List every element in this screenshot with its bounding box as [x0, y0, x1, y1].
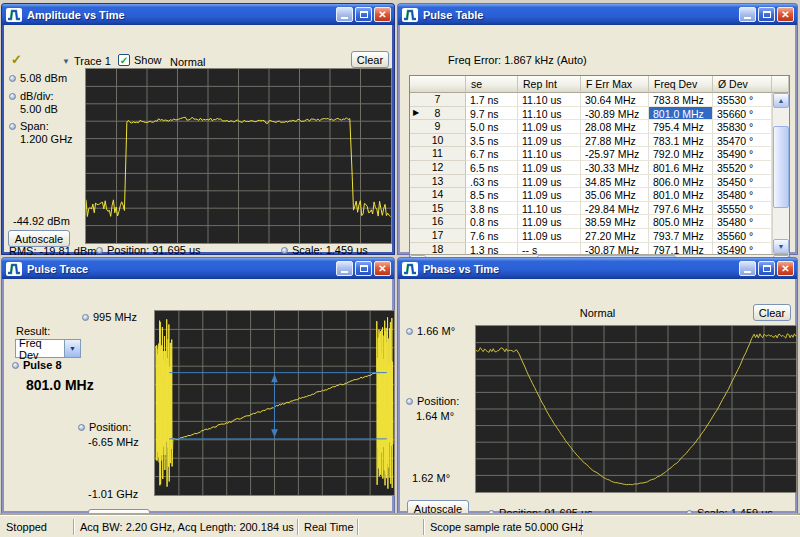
table-cell[interactable]: 8.5 ns: [466, 188, 518, 202]
pulse-table-grid[interactable]: seRep IntF Err MaxFreq DevØ Dev71.7 ns11…: [409, 75, 790, 271]
chevron-down-icon[interactable]: ▼: [64, 340, 80, 357]
column-header[interactable]: Ø Dev: [713, 76, 772, 93]
table-cell[interactable]: 3.8 ns: [466, 202, 518, 216]
table-cell[interactable]: 35560 °: [713, 229, 772, 243]
table-cell[interactable]: 7.6 ns: [466, 229, 518, 243]
table-cell[interactable]: 11.10 us: [518, 107, 581, 121]
table-cell[interactable]: 35530 °: [713, 93, 772, 107]
row-number-cell[interactable]: 17: [410, 229, 466, 243]
clear-button[interactable]: Clear: [351, 51, 389, 68]
table-cell[interactable]: 11.10 us: [518, 202, 581, 216]
table-cell[interactable]: 801.0 MHz: [649, 107, 713, 121]
table-row[interactable]: 177.6 ns11.09 us27.20 MHz793.7 MHz35560 …: [410, 229, 772, 243]
table-row[interactable]: 103.5 ns11.09 us27.88 MHz783.1 MHz35470 …: [410, 134, 772, 148]
table-cell[interactable]: 35480 °: [713, 188, 772, 202]
table-cell[interactable]: -25.97 MHz: [581, 147, 649, 161]
close-button[interactable]: ✕: [374, 7, 391, 22]
pulse-trace-plot[interactable]: [154, 310, 395, 496]
table-cell[interactable]: 27.20 MHz: [581, 229, 649, 243]
table-cell[interactable]: 35.06 MHz: [581, 188, 649, 202]
table-cell[interactable]: 11.09 us: [518, 229, 581, 243]
maximize-button[interactable]: [355, 261, 372, 276]
table-cell[interactable]: .63 ns: [466, 175, 518, 189]
row-number-cell[interactable]: ▶8: [410, 107, 466, 121]
maximize-button[interactable]: [758, 7, 775, 22]
table-cell[interactable]: 11.09 us: [518, 175, 581, 189]
scroll-down-icon[interactable]: ▼: [773, 239, 789, 254]
table-cell[interactable]: 11.09 us: [518, 161, 581, 175]
row-number-cell[interactable]: 13: [410, 175, 466, 189]
table-cell[interactable]: 38.59 MHz: [581, 215, 649, 229]
row-number-cell[interactable]: 9: [410, 120, 466, 134]
table-cell[interactable]: 806.0 MHz: [649, 175, 713, 189]
show-checkbox[interactable]: ✓: [118, 54, 130, 66]
table-cell[interactable]: -30.89 MHz: [581, 107, 649, 121]
scroll-up-icon[interactable]: ▲: [773, 93, 789, 108]
table-row[interactable]: 153.8 ns11.10 us-29.84 MHz797.6 MHz35550…: [410, 202, 772, 216]
knob-icon[interactable]: [281, 247, 288, 254]
knob-icon[interactable]: [406, 398, 413, 405]
column-header[interactable]: F Err Max: [581, 76, 649, 93]
minimize-button[interactable]: [336, 261, 353, 276]
amplitude-plot[interactable]: [85, 68, 392, 244]
phase-plot[interactable]: [475, 325, 797, 493]
table-cell[interactable]: 11.09 us: [518, 215, 581, 229]
db-div-field[interactable]: dB/div:: [9, 90, 54, 102]
knob-icon[interactable]: [82, 314, 89, 321]
table-cell[interactable]: 783.1 MHz: [649, 134, 713, 148]
table-cell[interactable]: 6.7 ns: [466, 147, 518, 161]
row-number-cell[interactable]: 7: [410, 93, 466, 107]
knob-icon[interactable]: [406, 328, 413, 335]
ref-level-field[interactable]: 5.08 dBm: [9, 72, 67, 84]
table-cell[interactable]: 11.10 us: [518, 147, 581, 161]
table-row[interactable]: ▶89.7 ns11.10 us-30.89 MHz801.0 MHz35660…: [410, 107, 772, 121]
row-number-cell[interactable]: 12: [410, 161, 466, 175]
table-cell[interactable]: 0.8 ns: [466, 215, 518, 229]
row-number-cell[interactable]: 11: [410, 147, 466, 161]
table-cell[interactable]: 11.09 us: [518, 188, 581, 202]
knob-icon[interactable]: [96, 247, 103, 254]
table-cell[interactable]: 35490 °: [713, 147, 772, 161]
table-cell[interactable]: 35830 °: [713, 120, 772, 134]
table-cell[interactable]: -29.84 MHz: [581, 202, 649, 216]
table-cell[interactable]: 797.1 MHz: [649, 243, 713, 254]
column-header[interactable]: se: [466, 76, 518, 93]
scrollbar-thumb[interactable]: [773, 126, 789, 207]
table-row[interactable]: 116.7 ns11.10 us-25.97 MHz792.0 MHz35490…: [410, 147, 772, 161]
table-cell[interactable]: 27.88 MHz: [581, 134, 649, 148]
table-cell[interactable]: 5.0 ns: [466, 120, 518, 134]
minimize-button[interactable]: [336, 7, 353, 22]
table-cell[interactable]: 35660 °: [713, 107, 772, 121]
table-row[interactable]: 126.5 ns11.09 us-30.33 MHz801.6 MHz35520…: [410, 161, 772, 175]
close-button[interactable]: ✕: [777, 261, 794, 276]
top-ref-field[interactable]: 1.66 M°: [406, 325, 455, 337]
table-row[interactable]: 148.5 ns11.09 us35.06 MHz801.0 MHz35480 …: [410, 188, 772, 202]
table-cell[interactable]: 11.09 us: [518, 134, 581, 148]
minimize-button[interactable]: [739, 7, 756, 22]
table-cell[interactable]: 1.7 ns: [466, 93, 518, 107]
close-button[interactable]: ✕: [777, 7, 794, 22]
table-cell[interactable]: 28.08 MHz: [581, 120, 649, 134]
table-cell[interactable]: 783.8 MHz: [649, 93, 713, 107]
knob-icon[interactable]: [9, 93, 16, 100]
amplitude-titlebar[interactable]: Amplitude vs Time ✕: [2, 4, 394, 25]
position-field-left[interactable]: Position:: [406, 395, 459, 407]
phase-titlebar[interactable]: Phase vs Time ✕: [398, 258, 797, 279]
knob-icon[interactable]: [9, 123, 16, 130]
table-cell[interactable]: 805.0 MHz: [649, 215, 713, 229]
table-cell[interactable]: 797.6 MHz: [649, 202, 713, 216]
table-cell[interactable]: 795.4 MHz: [649, 120, 713, 134]
top-ref-field[interactable]: 995 MHz: [82, 311, 137, 323]
table-row[interactable]: 181.3 ns-- s-30.87 MHz797.1 MHz35490 °: [410, 243, 772, 254]
trace-selector[interactable]: ▼ Trace 1: [62, 55, 111, 67]
table-cell[interactable]: 6.5 ns: [466, 161, 518, 175]
position-field[interactable]: Position:: [78, 421, 131, 433]
result-dropdown[interactable]: Freq Dev ▼: [15, 339, 81, 358]
scale-field[interactable]: Scale: 1.459 us: [281, 244, 368, 256]
table-row[interactable]: 13.63 ns11.09 us34.85 MHz806.0 MHz35450 …: [410, 175, 772, 189]
table-cell[interactable]: 35550 °: [713, 202, 772, 216]
knob-icon[interactable]: [78, 424, 85, 431]
maximize-button[interactable]: [758, 261, 775, 276]
row-number-cell[interactable]: 15: [410, 202, 466, 216]
table-cell[interactable]: 3.5 ns: [466, 134, 518, 148]
